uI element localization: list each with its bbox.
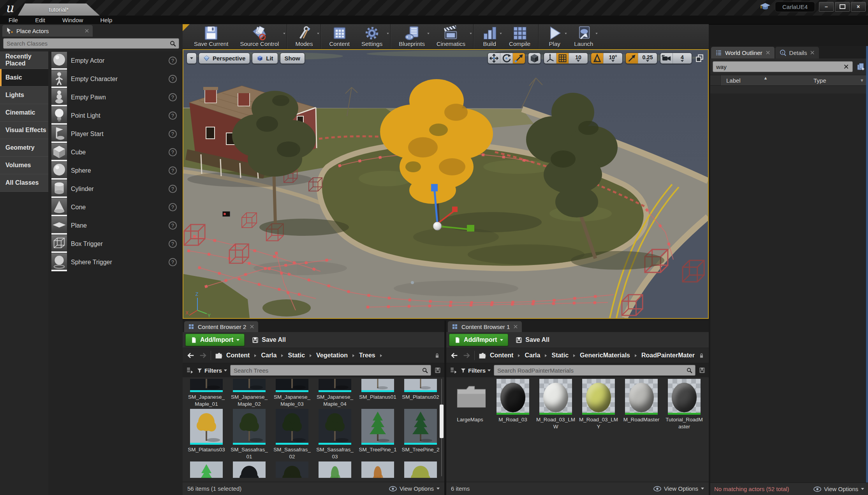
chevron-down-icon[interactable]	[386, 32, 390, 35]
close-icon[interactable]	[249, 324, 255, 329]
help-icon[interactable]: ?	[168, 184, 177, 193]
help-icon[interactable]: ?	[168, 74, 177, 83]
toolbar-button[interactable]: Content	[323, 24, 356, 49]
outliner-search-input[interactable]	[713, 64, 843, 70]
toolbar-button[interactable]: Blueprints	[393, 24, 431, 49]
chevron-down-icon[interactable]	[316, 32, 320, 35]
grid-snap-value[interactable]: 10	[569, 53, 588, 64]
placeable-actor-item[interactable]: Sphere ?	[48, 161, 183, 180]
close-icon[interactable]	[513, 324, 518, 329]
placeable-actor-item[interactable]: Plane ?	[48, 216, 183, 235]
menu-item[interactable]: Edit	[26, 17, 54, 23]
asset-tile[interactable]: SM_Japanese_Maple_01	[187, 379, 226, 407]
chevron-right-icon[interactable]	[517, 354, 521, 358]
content-browser-1-tab[interactable]: Content Browser 1	[448, 321, 522, 332]
asset-tile[interactable]: SM_Sassafras_03	[315, 409, 355, 460]
category-item[interactable]: Geometry	[0, 139, 48, 157]
asset-tile[interactable]: M_Road_03_LMY	[579, 379, 618, 430]
toolbar-button[interactable]: Settings	[356, 24, 391, 49]
placeable-actor-item[interactable]: Box Trigger ?	[48, 235, 183, 253]
placeable-actor-item[interactable]: Sphere Trigger ?	[48, 253, 183, 271]
level-tab[interactable]: tutorial*	[18, 4, 100, 16]
asset-tile[interactable]: SM_Japanese_Maple_03	[272, 379, 312, 407]
asset-tile[interactable]	[187, 461, 226, 478]
rotation-snap-value[interactable]: 10°	[603, 53, 622, 64]
placeable-actor-item[interactable]: Player Start ?	[48, 125, 183, 143]
asset-tile[interactable]: M_RoadMaster	[622, 379, 661, 430]
content-browser-2-tab[interactable]: Content Browser 2	[184, 321, 258, 332]
perspective-button[interactable]: Perspective	[199, 53, 250, 64]
chevron-down-icon[interactable]	[426, 32, 430, 35]
tab-world-outliner[interactable]: World Outliner	[711, 47, 775, 58]
coordinate-system-button[interactable]	[528, 53, 541, 64]
toolbar-button[interactable]: Source Control	[234, 24, 287, 49]
maximize-button[interactable]	[835, 2, 850, 12]
help-icon[interactable]: ?	[168, 221, 177, 230]
asset-tile[interactable]	[229, 461, 269, 478]
chevron-down-icon[interactable]	[499, 32, 503, 35]
forward-button[interactable]	[199, 351, 207, 360]
folder-icon[interactable]	[215, 352, 223, 360]
place-actors-tab[interactable]: Place Actors	[2, 25, 93, 37]
asset-tile[interactable]: SM_Platanus02	[401, 379, 440, 407]
asset-tile[interactable]: SM_TreePine_2	[401, 409, 440, 460]
asset-tile[interactable]: SM_Platanus01	[358, 379, 398, 407]
chevron-down-icon[interactable]	[564, 32, 568, 35]
asset-tile[interactable]	[401, 461, 440, 478]
search-classes-input[interactable]	[4, 40, 169, 47]
move-tool-button[interactable]	[488, 53, 500, 64]
menu-item[interactable]: File	[0, 17, 26, 23]
placeable-actor-item[interactable]: Empty Pawn ?	[48, 88, 183, 106]
asset-tile[interactable]: Tutorial_RoadMaster	[664, 379, 704, 430]
breadcrumb-link[interactable]: Static	[288, 352, 305, 359]
asset-tile[interactable]: SM_Japanese_Maple_04	[315, 379, 355, 407]
asset-tile[interactable]: SM_Platanus03	[187, 409, 226, 460]
outliner-list-empty[interactable]	[710, 94, 868, 483]
chevron-right-icon[interactable]	[351, 354, 356, 358]
asset-tile[interactable]: SM_Sassafras_01	[229, 409, 269, 460]
save-all-button[interactable]: Save All	[515, 336, 549, 344]
help-icon[interactable]: ?	[168, 148, 177, 157]
search-trees-input[interactable]	[231, 367, 422, 374]
add-import-button[interactable]: Add/Import	[185, 334, 245, 346]
help-icon[interactable]: ?	[168, 93, 177, 102]
breadcrumb-link[interactable]: Static	[551, 352, 569, 359]
help-icon[interactable]: ?	[168, 56, 177, 65]
label-column-header[interactable]: Label ▲	[721, 77, 813, 84]
toolbar-button[interactable]: Save Current	[188, 24, 234, 49]
chevron-right-icon[interactable]	[634, 354, 638, 358]
view-mode-button[interactable]: Lit	[252, 53, 278, 64]
show-button[interactable]: Show	[280, 53, 305, 64]
placeable-actor-item[interactable]: Empty Actor ?	[48, 51, 183, 70]
surface-snap-button[interactable]	[544, 53, 556, 64]
breadcrumb-link[interactable]: Content	[226, 352, 250, 359]
camera-speed-value[interactable]: 4	[673, 53, 692, 64]
scrollbar-thumb[interactable]	[440, 405, 444, 438]
category-item[interactable]: Recently Placed	[0, 51, 48, 69]
tab-details[interactable]: Details	[775, 47, 819, 58]
save-search-icon[interactable]	[434, 367, 441, 374]
chevron-down-icon[interactable]	[469, 32, 473, 35]
asset-tile[interactable]	[315, 461, 355, 478]
help-icon[interactable]: ?	[168, 258, 177, 267]
close-icon[interactable]	[84, 28, 90, 34]
filters-button[interactable]: Filters	[460, 367, 491, 374]
placeable-actor-item[interactable]: Empty Character ?	[48, 70, 183, 88]
chevron-right-icon[interactable]	[308, 354, 313, 358]
asset-tile[interactable]: SM_Japanese_Maple_02	[229, 379, 269, 407]
filters-button[interactable]: Filters	[197, 367, 227, 374]
help-icon[interactable]: ?	[168, 239, 177, 248]
category-item[interactable]: Basic	[0, 69, 48, 87]
back-button[interactable]	[450, 351, 459, 360]
category-item[interactable]: Volumes	[0, 157, 48, 174]
asset-tile[interactable]	[358, 461, 398, 478]
close-icon[interactable]	[765, 50, 771, 55]
scale-tool-button[interactable]	[512, 53, 525, 64]
camera-speed-button[interactable]	[660, 53, 673, 64]
type-column-header[interactable]: Type ▼	[813, 77, 868, 84]
save-all-button[interactable]: Save All	[252, 336, 286, 344]
help-icon[interactable]: ?	[168, 129, 177, 138]
category-item[interactable]: Visual Effects	[0, 122, 48, 139]
category-item[interactable]: Cinematic	[0, 104, 48, 122]
close-icon[interactable]	[810, 50, 815, 55]
